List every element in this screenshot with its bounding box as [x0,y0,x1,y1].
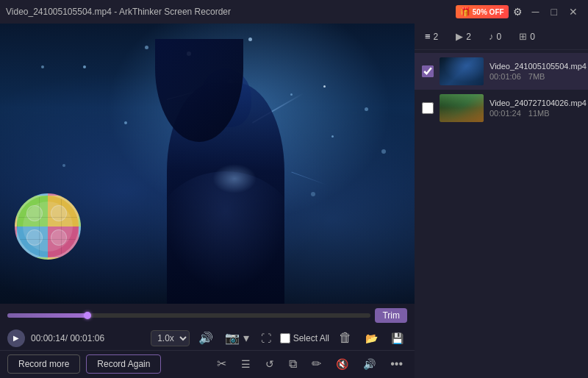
adjust-tool-btn[interactable]: ☰ [237,355,255,373]
right-panel: ≡ 2 ▶ 2 ♪ 0 ⊞ 0 [415,24,588,378]
title-bar-right: 🎁 50% OFF ⚙ ─ □ ✕ [456,4,582,19]
select-all-area: Select All [280,333,329,343]
file-item-2[interactable]: Video_240727104026.mp4 00:01:24 11MB [415,90,588,126]
seek-bar-track[interactable] [7,313,370,318]
record-more-button[interactable]: Record more [7,354,80,374]
user-icon-btn[interactable]: ⚙ [513,7,523,17]
maximize-btn[interactable]: □ [547,4,562,19]
play-icon: ▶ [13,334,19,342]
tab-image-count: 0 [530,32,535,42]
tab-list-count: 2 [434,32,439,42]
delete-btn[interactable]: 🗑 [335,329,356,347]
file-size-2: 11MB [528,109,550,118]
title-bar-left: Video_241005105504.mp4 - ArkThinker Scre… [6,7,231,17]
file-item-1[interactable]: Video_241005105504.mp4 00:01:06 7MB [415,53,588,90]
trim-button[interactable]: Trim [375,308,407,323]
file-meta-1: 00:01:06 7MB [490,72,587,81]
controls-area: ▶ 00:00:14/ 00:01:06 1.0x 0.5x 1.5x 2.0x… [0,326,415,350]
file-duration-2: 00:01:24 [490,109,521,118]
file-info-1: Video_241005105504.mp4 00:01:06 7MB [490,62,587,81]
select-all-label: Select All [293,333,329,343]
file-info-2: Video_240727104026.mp4 00:01:24 11MB [490,99,587,118]
file-size-1: 7MB [528,72,545,81]
seek-area: Trim [0,304,415,326]
volume-tool-btn[interactable]: 🔊 [359,355,380,373]
more-tool-btn[interactable]: ••• [386,354,407,374]
mute-tool-btn[interactable]: 🔇 [331,355,353,373]
speed-select[interactable]: 1.0x 0.5x 1.5x 2.0x [151,330,190,346]
seek-bar-thumb[interactable] [84,312,91,319]
file-duration-1: 00:01:06 [490,72,521,81]
app-title: Video_241005105504.mp4 - ArkThinker Scre… [6,7,231,17]
file-thumbnail-2 [440,94,484,122]
main-layout: Trim ▶ 00:00:14/ 00:01:06 1.0x 0.5x 1.5x… [0,24,588,378]
fullscreen-icon-btn[interactable]: ⛶ [258,331,274,346]
video-panel: Trim ▶ 00:00:14/ 00:01:06 1.0x 0.5x 1.5x… [0,24,415,378]
edit-tool-btn[interactable]: ✏ [307,354,326,374]
video-area[interactable] [0,24,415,304]
promo-badge[interactable]: 🎁 50% OFF [456,5,509,18]
bubble-toy [15,193,81,260]
rotate-tool-btn[interactable]: ↺ [261,355,279,373]
close-btn[interactable]: ✕ [564,4,582,19]
tab-audio-icon: ♪ [489,31,494,42]
title-bar: Video_241005105504.mp4 - ArkThinker Scre… [0,0,588,24]
time-display: 00:00:14/ 00:01:06 [31,333,104,343]
gift-icon: 🎁 [460,7,471,17]
file-thumbnail-1 [440,57,484,85]
tab-audio-count: 0 [496,32,501,42]
cut-tool-btn[interactable]: ✂ [212,354,231,374]
record-again-button[interactable]: Record Again [86,354,161,374]
file-name-2: Video_240727104026.mp4 [490,99,587,107]
file-meta-2: 00:01:24 11MB [490,109,587,118]
seek-bar-fill [7,313,87,318]
minimize-btn[interactable]: ─ [528,4,544,19]
copy-tool-btn[interactable]: ⧉ [284,354,301,374]
play-button[interactable]: ▶ [7,329,25,347]
tab-video[interactable]: ▶ 2 [453,29,474,43]
action-bar: Record more Record Again ✂ ☰ ↺ ⧉ ✏ 🔇 🔊 •… [0,350,415,378]
file-checkbox-2[interactable] [422,102,434,114]
tab-list-icon: ≡ [425,31,431,42]
tab-audio[interactable]: ♪ 0 [486,29,504,43]
tab-list[interactable]: ≡ 2 [422,29,441,43]
select-all-checkbox[interactable] [280,333,290,343]
file-checkbox-1[interactable] [422,65,434,77]
figure-area [134,39,318,304]
seek-bar-container: Trim [7,308,407,323]
tab-bar: ≡ 2 ▶ 2 ♪ 0 ⊞ 0 [415,24,588,50]
window-controls: ─ □ ✕ [528,4,582,19]
volume-icon-btn[interactable]: 🔊 [196,329,216,346]
tab-image[interactable]: ⊞ 0 [516,29,538,43]
tab-image-icon: ⊞ [519,31,527,42]
tab-video-icon: ▶ [456,31,463,42]
file-list: Video_241005105504.mp4 00:01:06 7MB [415,50,588,378]
save-btn[interactable]: 💾 [387,331,407,346]
camera-icon-btn[interactable]: 📷 ▾ [222,329,251,346]
file-name-1: Video_241005105504.mp4 [490,62,587,71]
tab-video-count: 2 [466,32,471,42]
promo-text: 50% OFF [473,8,504,16]
open-folder-btn[interactable]: 📂 [362,331,381,346]
